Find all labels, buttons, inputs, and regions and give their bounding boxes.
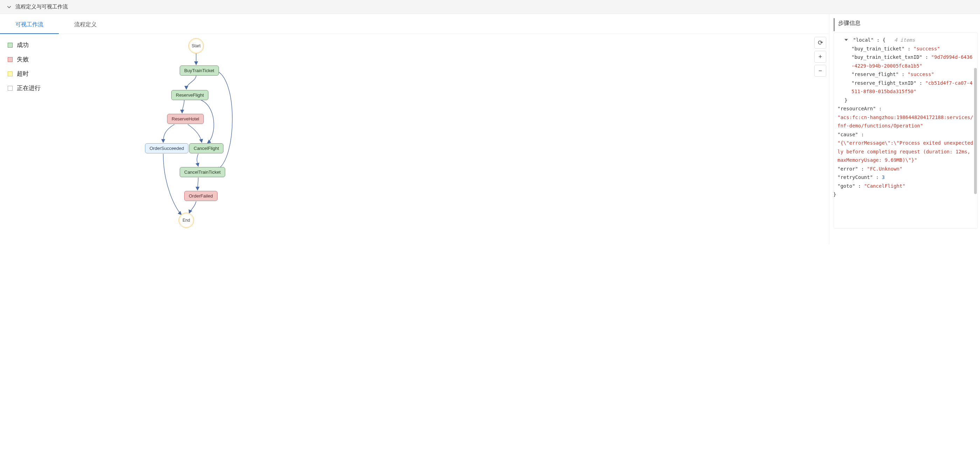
- legend-running: 正在进行: [8, 84, 67, 92]
- node-cancel-flight[interactable]: CancelFlight: [189, 143, 223, 153]
- json-local-header[interactable]: "local" : { 4 items: [837, 36, 974, 45]
- canvas-toolbar: ⟳ + −: [815, 37, 826, 77]
- left-panel: 可视工作流 流程定义 成功 失败 超时: [0, 14, 829, 244]
- json-close-brace: }: [837, 96, 974, 105]
- json-row: "goto" : "CancelFlight": [837, 182, 974, 191]
- json-row: "cause" :: [837, 130, 974, 139]
- node-order-succeeded[interactable]: OrderSucceeded: [145, 143, 188, 153]
- json-value: 3: [881, 174, 885, 180]
- swatch-fail-icon: [8, 57, 13, 62]
- legend-timeout-label: 超时: [17, 70, 29, 78]
- json-close-root: }: [834, 190, 974, 199]
- json-row: "resourceArn" :: [837, 104, 974, 113]
- edges-svg: [91, 34, 357, 244]
- node-start[interactable]: Start: [188, 38, 204, 54]
- legend-success-label: 成功: [17, 41, 29, 49]
- chevron-down-icon: [7, 5, 12, 10]
- json-value: "acs:fc:cn-hangzhou:1986448204172188:ser…: [837, 115, 974, 129]
- tab-visual-workflow[interactable]: 可视工作流: [0, 16, 59, 34]
- json-key: "buy_train_ticket_txnID": [851, 54, 922, 60]
- legend-success: 成功: [8, 41, 67, 49]
- json-key: "resourceArn": [837, 106, 876, 111]
- node-reserve-hotel[interactable]: ReserveHotel: [167, 114, 204, 124]
- json-key: "reserve_flight_txnID": [851, 80, 916, 86]
- json-value: "{\"errorMessage\":\"Process exited unex…: [837, 140, 974, 163]
- json-key: "buy_train_ticket": [851, 46, 905, 51]
- zoom-out-button[interactable]: −: [815, 65, 826, 77]
- swatch-success-icon: [8, 43, 13, 48]
- legend-timeout: 超时: [8, 70, 67, 78]
- node-order-failed[interactable]: OrderFailed: [184, 191, 218, 201]
- json-value: "success": [913, 46, 940, 51]
- json-key: "reserve_flight": [851, 72, 899, 77]
- json-key: "error": [837, 166, 858, 172]
- json-row: "error" : "FC.Unknown": [837, 165, 974, 173]
- refresh-button[interactable]: ⟳: [815, 37, 826, 49]
- json-value: "success": [907, 72, 934, 77]
- json-punct: : {: [873, 37, 885, 43]
- json-row: "reserve_flight_txnID" : "cb51d4f7-ca07-…: [837, 79, 974, 96]
- swatch-timeout-icon: [8, 72, 13, 76]
- right-panel: 步骤信息 "local" : { 4 items "buy_train_tick…: [829, 14, 980, 244]
- collapse-toggle-icon[interactable]: [845, 39, 848, 41]
- json-value-line: "{\"errorMessage\":\"Process exited unex…: [837, 139, 974, 165]
- minus-icon: −: [819, 67, 822, 75]
- plus-icon: +: [819, 53, 822, 60]
- legend-fail-label: 失败: [17, 55, 29, 64]
- node-buy-train-ticket[interactable]: BuyTrainTicket: [180, 65, 219, 76]
- json-value: "FC.Unknown": [867, 166, 902, 172]
- swatch-running-icon: [8, 86, 13, 91]
- zoom-in-button[interactable]: +: [815, 51, 826, 63]
- legend-fail: 失败: [8, 55, 67, 64]
- scrollbar[interactable]: [974, 68, 977, 194]
- json-value: "CancelFlight": [864, 183, 905, 189]
- json-row: "reserve_flight" : "success": [837, 70, 974, 79]
- json-value-line: "acs:fc:cn-hangzhou:1986448204172188:ser…: [837, 113, 974, 130]
- section-title: 流程定义与可视工作流: [16, 3, 68, 10]
- page: 流程定义与可视工作流 可视工作流 流程定义 成功 失败: [0, 0, 980, 244]
- json-row: "buy_train_ticket_txnID" : "9d7d994d-643…: [837, 53, 974, 70]
- refresh-icon: ⟳: [818, 39, 823, 46]
- body: 可视工作流 流程定义 成功 失败 超时: [0, 14, 980, 244]
- json-row: "retryCount" : 3: [837, 173, 974, 182]
- json-key: "goto": [837, 183, 855, 189]
- json-items-note: 4 items: [889, 37, 915, 43]
- tab-definition[interactable]: 流程定义: [59, 16, 112, 33]
- json-key: "cause": [837, 132, 858, 137]
- node-end[interactable]: End: [179, 213, 194, 228]
- node-cancel-train-ticket[interactable]: CancelTrainTicket: [180, 167, 225, 177]
- legend: 成功 失败 超时 正在进行: [0, 34, 70, 244]
- canvas-inner: Start BuyTrainTicket ReserveFlight Reser…: [91, 34, 357, 244]
- json-key: "local": [853, 37, 873, 43]
- right-panel-title: 步骤信息: [834, 18, 978, 31]
- json-key: "retryCount": [837, 174, 873, 180]
- tabs: 可视工作流 流程定义: [0, 16, 829, 34]
- left-inner: 成功 失败 超时 正在进行: [0, 34, 829, 244]
- workflow-canvas[interactable]: ⟳ + −: [70, 34, 829, 244]
- json-viewer[interactable]: "local" : { 4 items "buy_train_ticket" :…: [834, 33, 978, 229]
- node-reserve-flight[interactable]: ReserveFlight: [171, 90, 208, 100]
- section-header[interactable]: 流程定义与可视工作流: [0, 0, 980, 14]
- json-row: "buy_train_ticket" : "success": [837, 45, 974, 53]
- legend-running-label: 正在进行: [17, 84, 41, 92]
